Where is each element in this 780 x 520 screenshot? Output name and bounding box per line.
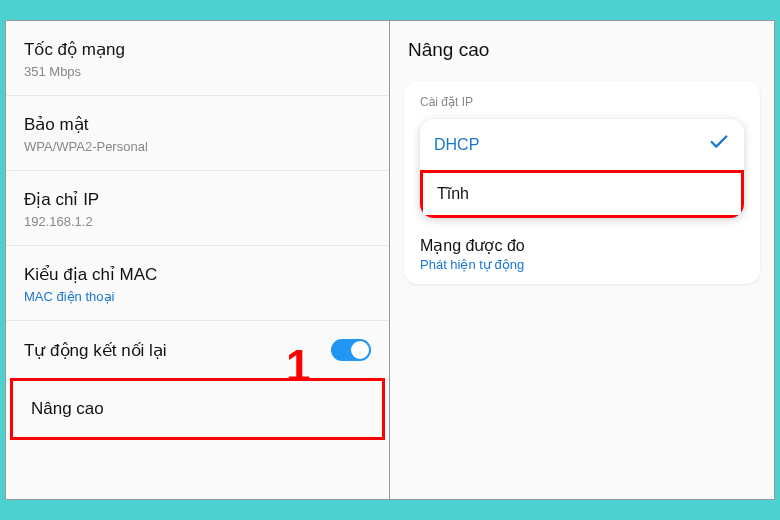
ip-settings-dropdown: DHCP Tĩnh: [420, 119, 744, 218]
ip-address-value: 192.168.1.2: [24, 214, 371, 229]
network-speed-value: 351 Mbps: [24, 64, 371, 79]
left-panel: Tốc độ mạng 351 Mbps Bảo mật WPA/WPA2-Pe…: [6, 21, 390, 499]
security-value: WPA/WPA2-Personal: [24, 139, 371, 154]
ip-address-title: Địa chỉ IP: [24, 189, 371, 210]
auto-reconnect-row[interactable]: Tự động kết nối lại: [6, 321, 389, 380]
security-section[interactable]: Bảo mật WPA/WPA2-Personal: [6, 96, 389, 171]
dhcp-label: DHCP: [434, 136, 479, 154]
mac-type-section[interactable]: Kiểu địa chỉ MAC MAC điện thoại: [6, 246, 389, 321]
auto-reconnect-toggle[interactable]: [331, 339, 371, 361]
ip-settings-card: Cài đặt IP DHCP Tĩnh Mạng được đo Phát h…: [404, 81, 760, 284]
ip-settings-label: Cài đặt IP: [420, 95, 744, 109]
advanced-label: Nâng cao: [31, 399, 104, 418]
annotation-1: 1: [286, 341, 310, 391]
metered-network-title: Mạng được đo: [420, 236, 744, 255]
static-label: Tĩnh: [437, 185, 469, 203]
network-speed-title: Tốc độ mạng: [24, 39, 371, 60]
network-speed-section[interactable]: Tốc độ mạng 351 Mbps: [6, 21, 389, 96]
right-panel: Nâng cao Cài đặt IP DHCP Tĩnh Mạng được …: [390, 21, 774, 499]
mac-type-value: MAC điện thoại: [24, 289, 371, 304]
dropdown-option-static[interactable]: Tĩnh: [420, 170, 744, 218]
metered-network-sub: Phát hiện tự động: [420, 257, 744, 272]
check-icon: [708, 131, 730, 158]
advanced-row[interactable]: Nâng cao: [10, 378, 385, 440]
mac-type-title: Kiểu địa chỉ MAC: [24, 264, 371, 285]
dropdown-option-dhcp[interactable]: DHCP: [420, 119, 744, 170]
auto-reconnect-label: Tự động kết nối lại: [24, 340, 167, 361]
advanced-header: Nâng cao: [390, 21, 774, 75]
ip-address-section[interactable]: Địa chỉ IP 192.168.1.2: [6, 171, 389, 246]
security-title: Bảo mật: [24, 114, 371, 135]
